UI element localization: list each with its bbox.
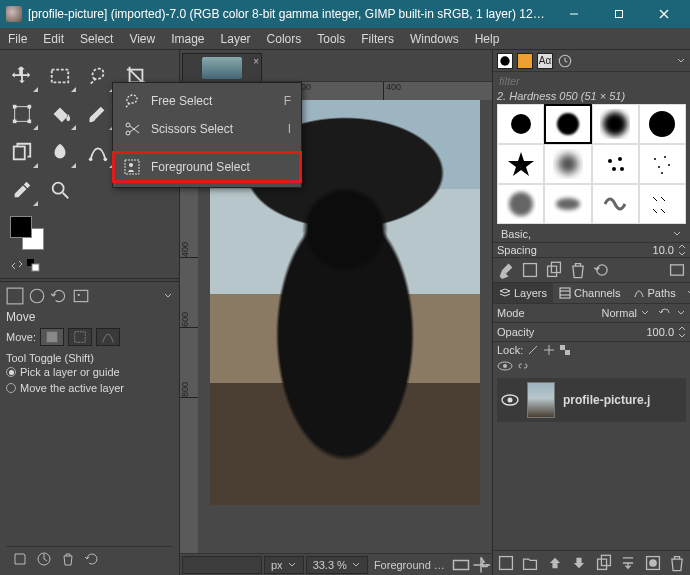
menu-image[interactable]: Image bbox=[163, 28, 212, 49]
tool-path[interactable] bbox=[80, 134, 116, 170]
brush-filter-input[interactable] bbox=[497, 74, 686, 88]
swatch-default-icon[interactable] bbox=[26, 258, 40, 272]
menu-help[interactable]: Help bbox=[467, 28, 508, 49]
new-layer-icon[interactable] bbox=[497, 554, 515, 572]
opacity-slider[interactable]: Opacity 100.0 bbox=[493, 322, 690, 342]
open-as-image-icon[interactable] bbox=[668, 261, 686, 279]
menu-file[interactable]: File bbox=[0, 28, 35, 49]
mode-switch-icon[interactable] bbox=[658, 306, 672, 320]
brush-item[interactable] bbox=[639, 144, 686, 184]
raise-layer-icon[interactable] bbox=[546, 554, 564, 572]
mode-select[interactable]: Normal bbox=[602, 307, 650, 319]
new-layer-group-icon[interactable] bbox=[521, 554, 539, 572]
menu-scissors-select[interactable]: Scissors Select I bbox=[113, 115, 301, 143]
brush-item[interactable] bbox=[639, 184, 686, 224]
tool-transform[interactable] bbox=[4, 96, 40, 132]
menu-filters[interactable]: Filters bbox=[353, 28, 402, 49]
zoom-selector[interactable]: 33.3 % bbox=[306, 556, 368, 574]
menu-tools[interactable]: Tools bbox=[309, 28, 353, 49]
tool-rect-select[interactable] bbox=[42, 58, 78, 94]
navigation-icon[interactable] bbox=[472, 556, 490, 574]
document-history-tab-icon[interactable] bbox=[557, 53, 573, 69]
menu-view[interactable]: View bbox=[121, 28, 163, 49]
lock-position-icon[interactable] bbox=[543, 344, 555, 356]
layer-visibility-icon[interactable] bbox=[501, 394, 519, 406]
document-tab[interactable]: × bbox=[182, 53, 262, 81]
merge-down-icon[interactable] bbox=[619, 554, 637, 572]
tool-smudge[interactable] bbox=[42, 134, 78, 170]
menu-windows[interactable]: Windows bbox=[402, 28, 467, 49]
fonts-tab-icon[interactable]: Aα bbox=[537, 53, 553, 69]
add-layer-mask-icon[interactable] bbox=[644, 554, 662, 572]
right-dock-top-menu-icon[interactable] bbox=[676, 56, 686, 66]
spacing-slider[interactable]: Spacing 10.0 bbox=[493, 242, 690, 258]
delete-brush-icon[interactable] bbox=[569, 261, 587, 279]
radio-move-active[interactable] bbox=[6, 383, 16, 393]
layers-dock-menu-icon[interactable] bbox=[682, 288, 690, 298]
panel-menu-icon[interactable] bbox=[163, 291, 173, 301]
delete-tool-preset-icon[interactable] bbox=[60, 551, 76, 567]
undo-history-tab-icon[interactable] bbox=[50, 287, 68, 305]
fg-color[interactable] bbox=[10, 216, 32, 238]
tool-zoom[interactable] bbox=[42, 172, 78, 208]
lower-layer-icon[interactable] bbox=[570, 554, 588, 572]
brush-item[interactable] bbox=[497, 104, 544, 144]
brush-item[interactable] bbox=[544, 184, 591, 224]
maximize-button[interactable] bbox=[596, 0, 641, 28]
edit-brush-icon[interactable] bbox=[497, 261, 515, 279]
lock-pixels-icon[interactable] bbox=[527, 344, 539, 356]
move-target-layer-icon[interactable] bbox=[40, 328, 64, 346]
brushes-tab-icon[interactable] bbox=[497, 53, 513, 69]
tool-clone[interactable] bbox=[4, 134, 40, 170]
refresh-brushes-icon[interactable] bbox=[593, 261, 611, 279]
brush-item[interactable] bbox=[544, 104, 591, 144]
brushes-grid[interactable] bbox=[497, 104, 686, 224]
tool-color-picker[interactable] bbox=[4, 172, 40, 208]
brush-item[interactable] bbox=[592, 144, 639, 184]
patterns-tab-icon[interactable] bbox=[517, 53, 533, 69]
brush-item[interactable] bbox=[592, 184, 639, 224]
menu-colors[interactable]: Colors bbox=[259, 28, 310, 49]
duplicate-layer-icon[interactable] bbox=[595, 554, 613, 572]
lock-alpha-icon[interactable] bbox=[559, 344, 571, 356]
images-tab-icon[interactable] bbox=[72, 287, 90, 305]
device-status-tab-icon[interactable] bbox=[28, 287, 46, 305]
close-button[interactable] bbox=[641, 0, 686, 28]
menu-free-select[interactable]: Free Select F bbox=[113, 87, 301, 115]
radio-pick-layer[interactable] bbox=[6, 367, 16, 377]
tool-free-select[interactable] bbox=[80, 58, 116, 94]
layer-name[interactable]: profile-picture.j bbox=[563, 393, 650, 407]
tool-paintbrush[interactable] bbox=[80, 96, 116, 132]
move-target-selection-icon[interactable] bbox=[68, 328, 92, 346]
menu-foreground-select[interactable]: Foreground Select bbox=[112, 151, 302, 183]
document-tab-close-icon[interactable]: × bbox=[253, 56, 259, 67]
move-target-path-icon[interactable] bbox=[96, 328, 120, 346]
menu-select[interactable]: Select bbox=[72, 28, 121, 49]
swatch-swap-icon[interactable] bbox=[10, 258, 24, 272]
menu-layer[interactable]: Layer bbox=[213, 28, 259, 49]
brush-item[interactable] bbox=[497, 184, 544, 224]
cancel-button-icon[interactable] bbox=[452, 556, 470, 574]
tool-move[interactable] bbox=[4, 58, 40, 94]
brush-item[interactable] bbox=[592, 104, 639, 144]
unit-selector[interactable]: px bbox=[264, 556, 304, 574]
tool-bucket-fill[interactable] bbox=[42, 96, 78, 132]
layers-tab[interactable]: Layers bbox=[493, 283, 553, 303]
reset-tool-options-icon[interactable] bbox=[84, 551, 100, 567]
menu-edit[interactable]: Edit bbox=[35, 28, 72, 49]
color-swatches[interactable] bbox=[10, 216, 50, 252]
minimize-button[interactable] bbox=[551, 0, 596, 28]
brush-item[interactable] bbox=[497, 144, 544, 184]
paths-tab[interactable]: Paths bbox=[627, 283, 682, 303]
duplicate-brush-icon[interactable] bbox=[545, 261, 563, 279]
brush-item[interactable] bbox=[639, 104, 686, 144]
new-brush-icon[interactable] bbox=[521, 261, 539, 279]
restore-tool-preset-icon[interactable] bbox=[36, 551, 52, 567]
delete-layer-icon[interactable] bbox=[668, 554, 686, 572]
brush-item[interactable] bbox=[544, 144, 591, 184]
tool-options-tab-icon[interactable] bbox=[6, 287, 24, 305]
brush-preset-group-select[interactable]: Basic, bbox=[497, 228, 686, 240]
layer-row[interactable]: profile-picture.j bbox=[497, 378, 686, 422]
channels-tab[interactable]: Channels bbox=[553, 283, 626, 303]
save-tool-preset-icon[interactable] bbox=[12, 551, 28, 567]
